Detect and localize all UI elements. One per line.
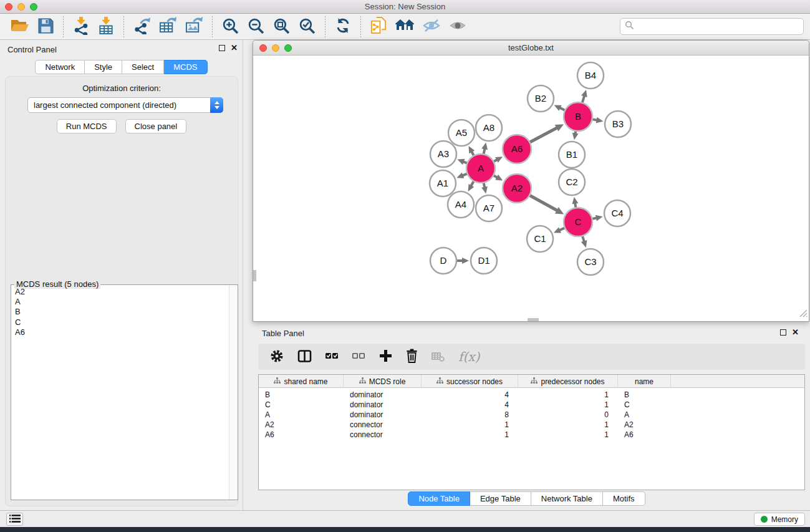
table-row-c[interactable]: Cdominator41C (259, 400, 804, 410)
select-all-button[interactable] (322, 349, 342, 365)
result-item-c[interactable]: C (12, 317, 228, 327)
cell-mcds_role[interactable]: dominator (344, 410, 422, 420)
graph-node-A6[interactable]: A6 (503, 135, 531, 163)
graph-node-A5[interactable]: A5 (448, 120, 475, 146)
cell-predecessor_nodes[interactable]: 1 (518, 430, 618, 440)
zoom-fit-button[interactable] (269, 16, 294, 37)
cell-successor_nodes[interactable]: 1 (422, 420, 518, 430)
network-canvas[interactable]: B4B2BB3A8A5A6A3B1AC2A1A2A4A7C4CC1DD1C3 (253, 56, 809, 321)
graph-node-C[interactable]: C (564, 208, 592, 236)
memory-button[interactable]: Memory (754, 513, 805, 526)
column-header-predecessor-nodes[interactable]: predecessor nodes (518, 375, 618, 388)
result-item-a2[interactable]: A2 (12, 287, 228, 297)
graph-node-B4[interactable]: B4 (577, 62, 604, 89)
cell-mcds_role[interactable]: dominator (344, 400, 422, 410)
export-table-button[interactable] (155, 16, 181, 37)
cell-shared_name[interactable]: A6 (259, 430, 344, 440)
mcds-result-list[interactable]: A2ABCA6 (12, 287, 228, 499)
cell-predecessor_nodes[interactable]: 1 (518, 390, 618, 400)
search-input[interactable] (634, 21, 803, 33)
cell-mcds_role[interactable]: connector (344, 420, 422, 430)
search-field[interactable] (620, 18, 804, 35)
graph-node-C3[interactable]: C3 (577, 249, 604, 275)
refresh-view-button[interactable] (330, 16, 355, 37)
cell-successor_nodes[interactable]: 8 (422, 410, 518, 420)
graph-node-A4[interactable]: A4 (448, 191, 474, 218)
cell-predecessor_nodes[interactable]: 1 (518, 400, 618, 410)
result-item-a[interactable]: A (12, 297, 228, 307)
close-table-panel-icon[interactable]: ✕ (792, 329, 799, 336)
graph-node-C2[interactable]: C2 (559, 169, 585, 195)
graph-node-A2[interactable]: A2 (503, 174, 531, 203)
tab-network[interactable]: Network (35, 60, 85, 74)
result-item-b[interactable]: B (12, 307, 228, 317)
result-item-a6[interactable]: A6 (12, 327, 228, 337)
cell-shared_name[interactable]: A2 (259, 420, 344, 430)
import-network-button[interactable] (69, 16, 94, 38)
column-header-mcds-role[interactable]: MCDS role (344, 375, 422, 388)
cell-shared_name[interactable]: A (259, 410, 344, 420)
zoom-out-button[interactable] (243, 16, 269, 37)
cell-predecessor_nodes[interactable]: 0 (518, 410, 618, 420)
cell-shared_name[interactable]: C (259, 400, 344, 410)
split-view-button[interactable] (294, 348, 315, 366)
tab-network-table[interactable]: Network Table (531, 491, 603, 506)
tab-select[interactable]: Select (122, 60, 164, 74)
create-column-button[interactable] (376, 347, 395, 366)
open-session-button[interactable] (6, 17, 34, 36)
save-session-button[interactable] (34, 17, 58, 37)
task-history-button[interactable] (6, 513, 23, 526)
cell-name[interactable]: A (618, 410, 671, 420)
tab-node-table[interactable]: Node Table (408, 491, 470, 506)
first-neighbors-button[interactable] (391, 17, 418, 36)
optimization-criterion-dropdown[interactable]: largest connected component (directed) (27, 97, 223, 113)
tab-motifs[interactable]: Motifs (603, 491, 645, 506)
float-table-panel-icon[interactable] (780, 329, 786, 336)
resize-grip-icon[interactable] (799, 309, 808, 320)
run-mcds-button[interactable]: Run MCDS (57, 119, 117, 133)
cell-successor_nodes[interactable]: 4 (422, 390, 518, 400)
zoom-in-button[interactable] (218, 16, 243, 37)
cell-mcds_role[interactable]: connector (344, 430, 422, 440)
graph-node-C1[interactable]: C1 (527, 226, 553, 252)
graph-node-A[interactable]: A (466, 154, 495, 183)
table-row-a[interactable]: Adominator80A (259, 410, 804, 420)
tab-style[interactable]: Style (85, 60, 122, 74)
table-row-a2[interactable]: A2connector11A2 (259, 420, 804, 430)
float-panel-icon[interactable] (219, 45, 225, 51)
cell-name[interactable]: A2 (618, 420, 671, 430)
close-panel-icon[interactable]: ✕ (231, 44, 238, 52)
function-builder-button[interactable]: f(x) (455, 347, 483, 366)
graph-node-B3[interactable]: B3 (605, 111, 631, 137)
tab-edge-table[interactable]: Edge Table (470, 491, 531, 506)
delete-columns-button[interactable] (403, 347, 421, 367)
table-settings-button[interactable] (267, 347, 287, 367)
zoom-selected-button[interactable] (294, 16, 320, 37)
graph-node-D[interactable]: D (430, 248, 456, 274)
cell-successor_nodes[interactable]: 4 (422, 400, 518, 410)
vertical-scroll-thumb[interactable] (253, 270, 256, 281)
column-header-name[interactable]: name (618, 375, 671, 388)
deselect-all-button[interactable] (349, 349, 369, 365)
new-network-from-selection-button[interactable] (366, 16, 391, 37)
column-header-successor-nodes[interactable]: successor nodes (422, 375, 518, 388)
graph-node-A7[interactable]: A7 (476, 195, 502, 221)
table-row-b[interactable]: Bdominator41B (259, 390, 804, 400)
cell-predecessor_nodes[interactable]: 1 (518, 420, 618, 430)
cell-name[interactable]: B (618, 390, 671, 400)
graph-node-A1[interactable]: A1 (430, 170, 456, 196)
hide-selected-button[interactable] (418, 17, 445, 36)
export-network-button[interactable] (129, 16, 155, 37)
horizontal-scroll-thumb[interactable] (528, 318, 539, 321)
graph-node-D1[interactable]: D1 (471, 248, 497, 274)
cell-name[interactable]: C (618, 400, 671, 410)
show-all-button[interactable] (445, 18, 471, 35)
graph-node-A8[interactable]: A8 (476, 115, 502, 141)
result-list-scrollbar[interactable] (229, 285, 238, 500)
import-table-button[interactable] (94, 16, 118, 38)
cell-successor_nodes[interactable]: 1 (422, 430, 518, 440)
graph-node-B[interactable]: B (564, 102, 592, 131)
table-row-a6[interactable]: A6connector11A6 (259, 430, 804, 440)
graph-node-B2[interactable]: B2 (528, 85, 554, 112)
column-header-shared-name[interactable]: shared name (259, 375, 344, 388)
